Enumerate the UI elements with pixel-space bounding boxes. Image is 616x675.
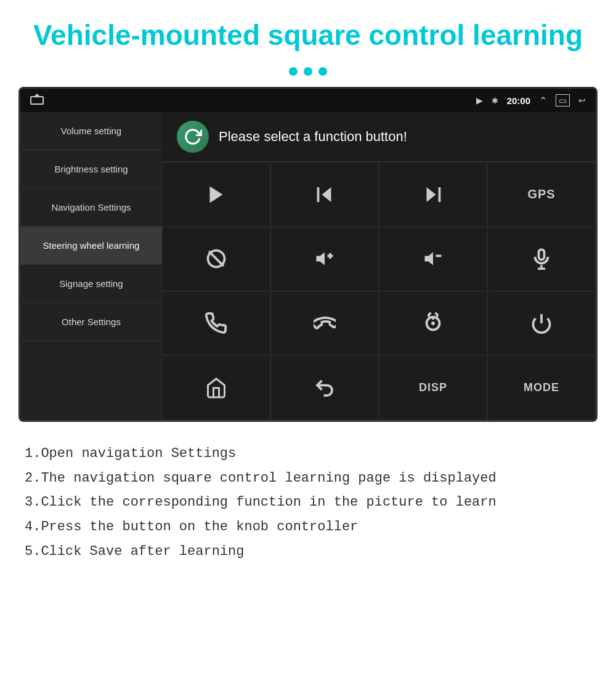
pagination-dots <box>0 59 616 87</box>
hangup-icon <box>314 312 336 334</box>
content-header: Please select a function button! <box>162 112 596 162</box>
svg-marker-3 <box>427 187 436 202</box>
func-mode[interactable]: MODE <box>487 355 596 420</box>
refresh-button[interactable] <box>177 121 209 153</box>
status-time: 20:00 <box>507 95 530 106</box>
dot-1 <box>289 67 298 76</box>
func-play[interactable] <box>162 162 270 227</box>
func-phone[interactable] <box>162 291 270 356</box>
func-home[interactable] <box>162 355 270 420</box>
up-arrow-icon: ⌃ <box>539 95 547 107</box>
sidebar-item-navigation[interactable]: Navigation Settings <box>20 188 162 227</box>
play-icon <box>205 184 227 206</box>
rect-icon: ▭ <box>556 94 570 107</box>
mic-icon <box>530 248 553 270</box>
content-area: Please select a function button! GPS <box>162 112 596 420</box>
func-vol-down[interactable] <box>379 227 487 291</box>
mode-label: MODE <box>524 381 559 394</box>
signal-icon: ✱ <box>492 96 498 105</box>
svg-marker-7 <box>317 253 325 265</box>
sidebar-item-steering[interactable]: Steering wheel learning <box>20 227 162 265</box>
next-icon <box>422 184 444 206</box>
page-title: Vehicle-mounted square control learning <box>0 0 616 59</box>
func-back[interactable] <box>270 355 379 420</box>
screen-content: Volume setting Brightness setting Naviga… <box>20 112 596 420</box>
func-power[interactable] <box>487 291 596 356</box>
instruction-5: 5.Click Save after learning <box>25 540 591 564</box>
status-bar-right: ▶ ✱ 20:00 ⌃ ▭ ↩ <box>476 94 586 107</box>
svg-marker-0 <box>210 186 223 203</box>
svg-rect-12 <box>539 249 545 260</box>
instruction-4: 4.Press the button on the knob controlle… <box>25 515 591 540</box>
instruction-2: 2.The navigation square control learning… <box>25 466 591 491</box>
home-status-icon <box>30 96 44 105</box>
func-mic[interactable] <box>487 227 596 291</box>
sidebar-item-other[interactable]: Other Settings <box>20 303 162 341</box>
vol-down-icon <box>422 248 444 270</box>
func-radio[interactable] <box>379 291 487 356</box>
svg-marker-10 <box>425 253 434 265</box>
dot-3 <box>318 67 327 76</box>
prev-icon <box>314 184 336 206</box>
radio-icon <box>422 312 444 334</box>
vol-up-icon <box>314 248 336 270</box>
func-gps[interactable]: GPS <box>487 162 596 227</box>
instructions-section: 1.Open navigation Settings 2.The navigat… <box>0 422 616 582</box>
instruction-3: 3.Click the corresponding function in th… <box>25 490 591 515</box>
mute-icon <box>205 248 227 270</box>
svg-point-16 <box>431 321 435 325</box>
func-mute[interactable] <box>162 227 270 291</box>
func-next[interactable] <box>379 162 487 227</box>
sidebar-item-volume[interactable]: Volume setting <box>20 112 162 150</box>
status-bar: ▶ ✱ 20:00 ⌃ ▭ ↩ <box>20 89 596 112</box>
instruction-1: 1.Open navigation Settings <box>25 442 591 466</box>
status-bar-left <box>30 96 44 105</box>
device-frame: ▶ ✱ 20:00 ⌃ ▭ ↩ Volume setting Brightnes… <box>18 87 598 422</box>
back-icon <box>314 377 336 399</box>
home-icon <box>205 377 227 399</box>
gps-label: GPS <box>527 187 555 201</box>
func-disp[interactable]: DISP <box>379 355 487 420</box>
function-grid: GPS <box>162 162 596 420</box>
disp-label: DISP <box>419 381 447 394</box>
dot-2 <box>304 67 312 76</box>
phone-icon <box>205 312 227 334</box>
sidebar-item-signage[interactable]: Signage setting <box>20 265 162 303</box>
sidebar-item-brightness[interactable]: Brightness setting <box>20 150 162 188</box>
power-icon <box>530 312 553 334</box>
sidebar: Volume setting Brightness setting Naviga… <box>20 112 162 420</box>
refresh-icon <box>184 127 202 146</box>
content-header-text: Please select a function button! <box>219 129 407 145</box>
bluetooth-icon: ▶ <box>476 95 483 105</box>
func-vol-up[interactable] <box>270 227 379 291</box>
back-nav-icon: ↩ <box>578 95 586 105</box>
func-hangup[interactable] <box>270 291 379 356</box>
svg-marker-1 <box>322 187 331 202</box>
func-prev[interactable] <box>270 162 379 227</box>
